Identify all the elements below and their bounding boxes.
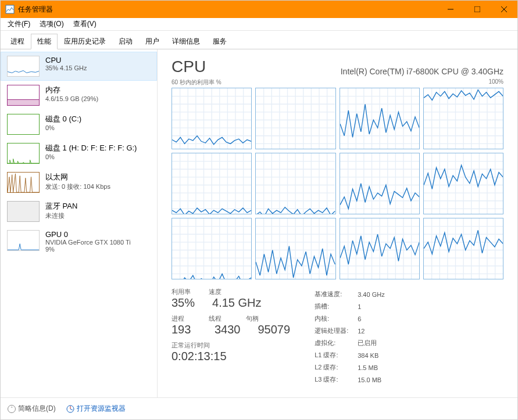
cpu-core-chart-1	[255, 88, 335, 149]
sidebar-item-bluetooth[interactable]: 蓝牙 PAN未连接	[1, 197, 157, 226]
ethernet-thumb-icon	[7, 172, 40, 193]
tab-performance[interactable]: 性能	[31, 34, 58, 49]
cpu-core-chart-10	[340, 218, 420, 279]
cpu-core-chart-3	[423, 88, 503, 149]
cpu-thumb-icon	[7, 56, 40, 77]
chevron-up-icon: ˄	[8, 405, 16, 413]
cpu-core-chart-9	[255, 218, 335, 279]
resource-monitor-icon	[66, 405, 74, 413]
handles-label: 句柄	[246, 314, 259, 323]
main-panel: CPU Intel(R) Core(TM) i7-6800K CPU @ 3.4…	[158, 49, 517, 397]
svg-line-223	[70, 409, 73, 410]
tab-users[interactable]: 用户	[139, 34, 166, 49]
tabstrip: 进程 性能 应用历史记录 启动 用户 详细信息 服务	[1, 31, 517, 49]
procs-value: 193	[172, 323, 197, 336]
cpu-core-chart-4	[172, 153, 252, 214]
close-button[interactable]	[491, 1, 517, 18]
sidebar-bt-sub: 未连接	[45, 211, 77, 220]
handles-value: 95079	[258, 323, 291, 336]
specs-table: 基准速度:3.40 GHz 插槽:1 内核:6 逻辑处理器:12 虚拟化:已启用…	[313, 288, 394, 386]
speed-value: 4.15 GHz	[212, 296, 261, 310]
tab-processes[interactable]: 进程	[4, 34, 31, 49]
menubar: 文件(F) 选项(O) 查看(V)	[1, 18, 517, 31]
tab-details[interactable]: 详细信息	[166, 34, 206, 49]
cpu-charts-grid[interactable]	[172, 88, 503, 279]
sidebar-bt-title: 蓝牙 PAN	[45, 201, 77, 211]
sidebar-memory-sub: 4.6/15.9 GB (29%)	[45, 95, 98, 102]
cpu-core-chart-8	[172, 218, 252, 279]
sidebar-item-memory[interactable]: 内存4.6/15.9 GB (29%)	[1, 81, 157, 110]
sidebar-disk0-title: 磁盘 0 (C:)	[45, 114, 81, 124]
sidebar-item-disk1[interactable]: 磁盘 1 (H: D: F: E: F: F: G:)0%	[1, 139, 157, 168]
speed-label: 速度	[209, 288, 222, 296]
menu-file[interactable]: 文件(F)	[3, 18, 35, 30]
sidebar-disk1-sub: 0%	[45, 153, 137, 160]
window-title: 任务管理器	[18, 5, 437, 15]
util-value: 35%	[172, 296, 195, 310]
sidebar-item-ethernet[interactable]: 以太网发送: 0 接收: 104 Kbps	[1, 168, 157, 197]
sidebar-disk0-sub: 0%	[45, 124, 81, 131]
svg-rect-2	[474, 6, 480, 12]
tab-services[interactable]: 服务	[206, 34, 233, 49]
bluetooth-thumb-icon	[7, 201, 40, 222]
titlebar: 任务管理器	[1, 1, 517, 18]
minimize-button[interactable]	[437, 1, 464, 18]
menu-view[interactable]: 查看(V)	[69, 18, 101, 30]
menu-options[interactable]: 选项(O)	[35, 18, 68, 30]
procs-label: 进程	[172, 314, 209, 323]
cpu-core-chart-11	[423, 218, 503, 279]
cpu-core-chart-5	[255, 153, 335, 214]
maximize-button[interactable]	[464, 1, 491, 18]
util-label: 利用率	[172, 288, 209, 296]
sidebar-cpu-sub: 35% 4.15 GHz	[45, 64, 87, 71]
uptime-label: 正常运行时间	[172, 341, 210, 350]
cpu-core-chart-2	[340, 88, 420, 149]
threads-value: 3430	[215, 323, 241, 336]
sidebar-item-gpu[interactable]: GPU 0NVIDIA GeForce GTX 1080 Ti9%	[1, 226, 157, 257]
gpu-thumb-icon	[7, 230, 40, 251]
sidebar-gpu-title: GPU 0	[45, 230, 131, 239]
sidebar-eth-title: 以太网	[45, 172, 110, 182]
disk1-thumb-icon	[7, 143, 40, 164]
tab-startup[interactable]: 启动	[112, 34, 139, 49]
tab-history[interactable]: 应用历史记录	[58, 34, 112, 49]
uptime-value: 0:02:13:15	[172, 350, 227, 363]
fewer-details-button[interactable]: ˄ 简略信息(D)	[8, 404, 56, 414]
sidebar-gpu-sub2: 9%	[45, 246, 131, 253]
sidebar: CPU35% 4.15 GHz 内存4.6/15.9 GB (29%) 磁盘 0…	[1, 49, 158, 397]
cpu-core-chart-6	[340, 153, 420, 214]
open-resource-monitor-link[interactable]: 打开资源监视器	[66, 404, 126, 414]
axis-right-label: 100%	[488, 78, 503, 87]
axis-left-label: 60 秒内的利用率 %	[172, 78, 222, 87]
app-icon	[5, 5, 15, 14]
processor-name: Intel(R) Core(TM) i7-6800K CPU @ 3.40GHz	[341, 67, 503, 76]
cpu-core-chart-0	[172, 88, 252, 149]
sidebar-cpu-title: CPU	[45, 56, 87, 64]
footer: ˄ 简略信息(D) 打开资源监视器	[1, 397, 517, 419]
sidebar-memory-title: 内存	[45, 85, 98, 95]
threads-label: 线程	[209, 314, 246, 323]
memory-thumb-icon	[7, 85, 40, 106]
page-title: CPU	[172, 58, 206, 76]
sidebar-item-disk0[interactable]: 磁盘 0 (C:)0%	[1, 110, 157, 139]
sidebar-eth-sub: 发送: 0 接收: 104 Kbps	[45, 182, 110, 191]
disk0-thumb-icon	[7, 114, 40, 135]
cpu-core-chart-7	[423, 153, 503, 214]
sidebar-gpu-sub: NVIDIA GeForce GTX 1080 Ti	[45, 239, 131, 246]
sidebar-item-cpu[interactable]: CPU35% 4.15 GHz	[1, 52, 157, 81]
sidebar-disk1-title: 磁盘 1 (H: D: F: E: F: F: G:)	[45, 143, 137, 153]
